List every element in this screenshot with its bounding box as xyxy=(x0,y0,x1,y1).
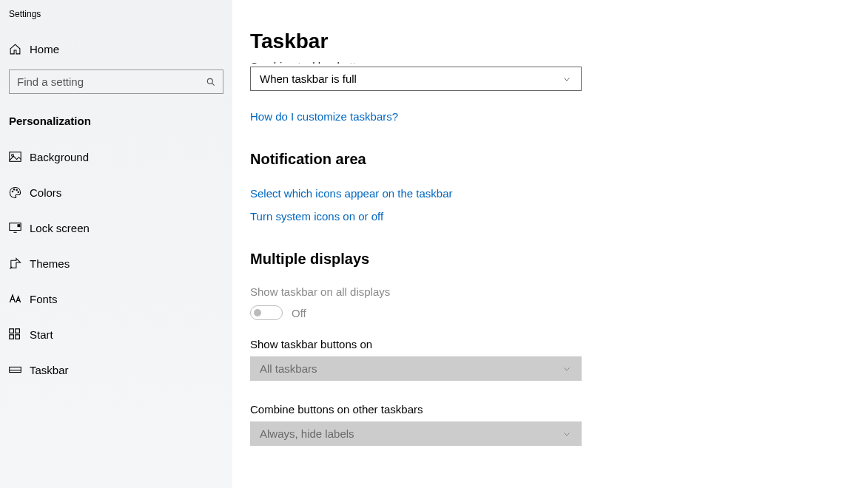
fonts-icon xyxy=(9,294,30,304)
chevron-down-icon xyxy=(562,429,572,439)
svg-point-3 xyxy=(12,155,14,157)
svg-rect-2 xyxy=(10,152,21,162)
help-link-customize[interactable]: How do I customize taskbars? xyxy=(250,110,868,123)
palette-icon xyxy=(9,186,30,199)
nav-item-background[interactable]: Background xyxy=(0,140,232,173)
nav-item-label: Themes xyxy=(30,257,70,270)
dropdown-combine-other: Always, hide labels xyxy=(250,421,582,446)
dropdown-value: When taskbar is full xyxy=(260,72,357,85)
search-wrap xyxy=(0,70,232,94)
nav-item-label: Fonts xyxy=(30,293,58,305)
svg-point-6 xyxy=(16,189,17,190)
label-show-buttons-on: Show taskbar buttons on xyxy=(250,338,868,350)
svg-rect-12 xyxy=(16,329,20,333)
combine-taskbar-label-cutoff: Combine taskbar buttons xyxy=(250,58,582,64)
taskbar-icon xyxy=(9,366,30,373)
link-system-icons[interactable]: Turn system icons on or off xyxy=(250,210,868,223)
svg-rect-11 xyxy=(10,329,14,333)
app-title: Settings xyxy=(0,0,232,19)
section-notification-area: Notification area xyxy=(250,151,868,168)
sidebar-section-label: Personalization xyxy=(0,115,232,127)
dropdown-value: Always, hide labels xyxy=(260,427,354,440)
themes-icon xyxy=(9,257,30,270)
nav-item-fonts[interactable]: Fonts xyxy=(0,282,232,315)
toggle-show-all-displays[interactable] xyxy=(250,305,283,320)
svg-rect-15 xyxy=(10,367,21,372)
nav-item-start[interactable]: Start xyxy=(0,318,232,350)
nav-item-themes[interactable]: Themes xyxy=(0,247,232,279)
main-content: Taskbar Combine taskbar buttons When tas… xyxy=(232,0,868,488)
svg-point-0 xyxy=(207,78,212,84)
section-multiple-displays: Multiple displays xyxy=(250,251,868,268)
svg-line-1 xyxy=(212,83,214,85)
search-input[interactable] xyxy=(10,70,223,93)
nav-item-label: Lock screen xyxy=(30,222,90,234)
nav-home-label: Home xyxy=(30,43,59,55)
svg-point-4 xyxy=(12,191,13,192)
nav-item-lockscreen[interactable]: Lock screen xyxy=(0,211,232,244)
combine-taskbar-dropdown[interactable]: When taskbar is full xyxy=(250,67,582,91)
picture-icon xyxy=(9,152,30,162)
svg-rect-14 xyxy=(16,335,20,339)
nav-item-label: Colors xyxy=(30,186,61,199)
label-show-all-displays: Show taskbar on all displays xyxy=(250,285,868,298)
chevron-down-icon xyxy=(562,74,572,84)
svg-rect-13 xyxy=(10,335,14,339)
page-title: Taskbar xyxy=(250,30,868,53)
svg-rect-9 xyxy=(18,225,20,227)
search-box[interactable] xyxy=(9,70,223,94)
nav-item-taskbar[interactable]: Taskbar xyxy=(0,353,232,386)
sidebar: Settings Home Personalization Background… xyxy=(0,0,232,488)
lockscreen-icon xyxy=(9,223,30,233)
nav-item-label: Taskbar xyxy=(30,364,69,376)
svg-point-7 xyxy=(18,192,18,192)
toggle-show-all-displays-row: Off xyxy=(250,305,868,320)
nav-item-label: Background xyxy=(30,151,89,163)
svg-point-5 xyxy=(13,189,14,189)
home-icon xyxy=(9,43,30,55)
chevron-down-icon xyxy=(562,364,572,374)
dropdown-show-buttons-on: All taskbars xyxy=(250,356,582,381)
nav-item-colors[interactable]: Colors xyxy=(0,176,232,209)
dropdown-value: All taskbars xyxy=(260,362,317,375)
nav-home[interactable]: Home xyxy=(0,33,232,65)
nav-item-label: Start xyxy=(30,328,53,341)
label-combine-other: Combine buttons on other taskbars xyxy=(250,403,868,416)
search-icon xyxy=(205,76,217,88)
toggle-state-label: Off xyxy=(292,307,306,319)
start-icon xyxy=(9,328,30,340)
link-select-icons[interactable]: Select which icons appear on the taskbar xyxy=(250,187,868,200)
